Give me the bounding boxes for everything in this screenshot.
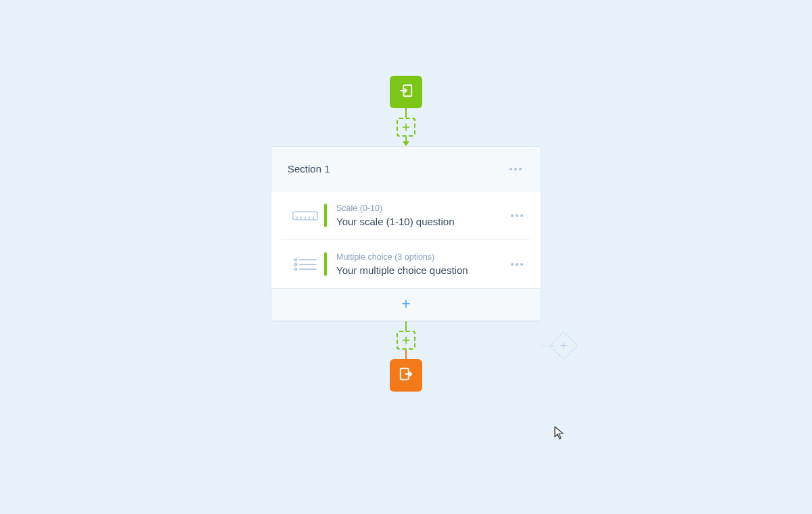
- question-row[interactable]: Multiple choice (3 options) Your multipl…: [281, 240, 531, 288]
- question-accent-bar: [324, 204, 327, 227]
- dot-icon: [511, 263, 514, 266]
- question-text: Your multiple choice question: [336, 264, 503, 276]
- add-branch-button[interactable]: [549, 331, 578, 360]
- svg-point-2: [294, 258, 296, 260]
- add-node-after[interactable]: [397, 331, 415, 350]
- enter-icon: [399, 83, 413, 101]
- cursor-icon: [554, 426, 565, 440]
- dot-icon: [511, 214, 514, 217]
- connector: [405, 321, 407, 331]
- end-node[interactable]: [390, 359, 422, 392]
- arrow-down-icon: [403, 141, 409, 146]
- svg-point-3: [294, 263, 296, 265]
- section-menu-button[interactable]: [507, 165, 524, 173]
- dot-icon: [510, 168, 512, 170]
- dot-icon: [520, 263, 523, 266]
- section-header[interactable]: Section 1: [271, 147, 541, 191]
- flow-canvas[interactable]: Section 1 Sc: [0, 0, 812, 514]
- question-menu-button[interactable]: [508, 260, 526, 268]
- dot-icon: [516, 214, 518, 217]
- add-question-button[interactable]: [271, 288, 541, 321]
- question-text: Your scale (1-10) question: [336, 216, 503, 227]
- svg-point-4: [294, 268, 296, 270]
- plus-icon: [559, 341, 568, 350]
- section-card[interactable]: Section 1 Sc: [271, 146, 541, 321]
- section-title: Section 1: [288, 163, 330, 174]
- question-menu-button[interactable]: [508, 212, 526, 220]
- plus-icon: [401, 122, 411, 133]
- dot-icon: [514, 168, 517, 170]
- dot-icon: [516, 263, 518, 266]
- plus-icon: [400, 298, 412, 312]
- ruler-icon: [286, 204, 324, 227]
- start-node[interactable]: [390, 76, 422, 108]
- question-list: Scale (0-10) Your scale (1-10) question: [271, 191, 541, 288]
- dot-icon: [519, 168, 522, 170]
- question-type-label: Scale (0-10): [336, 204, 503, 213]
- question-accent-bar: [324, 252, 327, 276]
- add-node-before[interactable]: [397, 118, 415, 137]
- question-type-label: Multiple choice (3 options): [336, 252, 503, 262]
- question-row[interactable]: Scale (0-10) Your scale (1-10) question: [281, 191, 531, 240]
- connector: [405, 350, 407, 359]
- connector: [405, 108, 407, 118]
- plus-icon: [401, 335, 411, 346]
- exit-icon: [399, 367, 413, 384]
- list-icon: [286, 252, 324, 276]
- dot-icon: [520, 214, 523, 217]
